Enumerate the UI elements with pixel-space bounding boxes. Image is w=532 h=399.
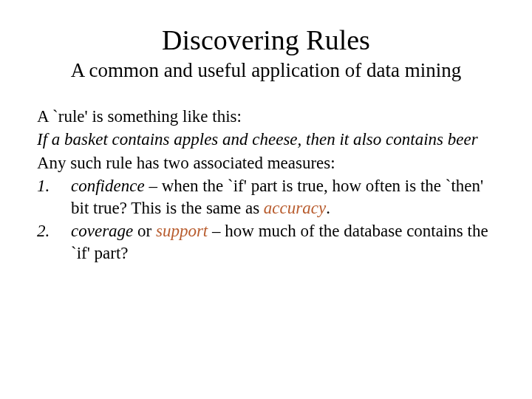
list-body: confidence – when the `if' part is true,… bbox=[71, 175, 495, 219]
measures-list: 1. confidence – when the `if' part is tr… bbox=[37, 175, 495, 264]
highlight-support: support bbox=[156, 222, 208, 240]
measures-intro: Any such rule has two associated measure… bbox=[37, 152, 495, 174]
list-number: 2. bbox=[37, 220, 71, 264]
keyword-coverage: coverage bbox=[71, 222, 133, 240]
slide-subtitle: A common and useful application of data … bbox=[37, 59, 495, 82]
list-body: coverage or support – how much of the da… bbox=[71, 220, 495, 264]
list-text: . bbox=[326, 199, 330, 217]
list-item: 1. confidence – when the `if' part is tr… bbox=[37, 175, 495, 219]
slide: Discovering Rules A common and useful ap… bbox=[0, 0, 532, 399]
rule-example: If a basket contains apples and cheese, … bbox=[37, 129, 495, 150]
list-number: 1. bbox=[37, 175, 71, 219]
intro-text: A `rule' is something like this: bbox=[37, 106, 495, 127]
highlight-accuracy: accuracy bbox=[264, 199, 326, 217]
list-text: or bbox=[133, 222, 156, 240]
keyword-confidence: confidence bbox=[71, 177, 145, 195]
slide-body: A `rule' is something like this: If a ba… bbox=[37, 106, 495, 264]
list-item: 2. coverage or support – how much of the… bbox=[37, 220, 495, 264]
slide-title: Discovering Rules bbox=[37, 24, 495, 56]
